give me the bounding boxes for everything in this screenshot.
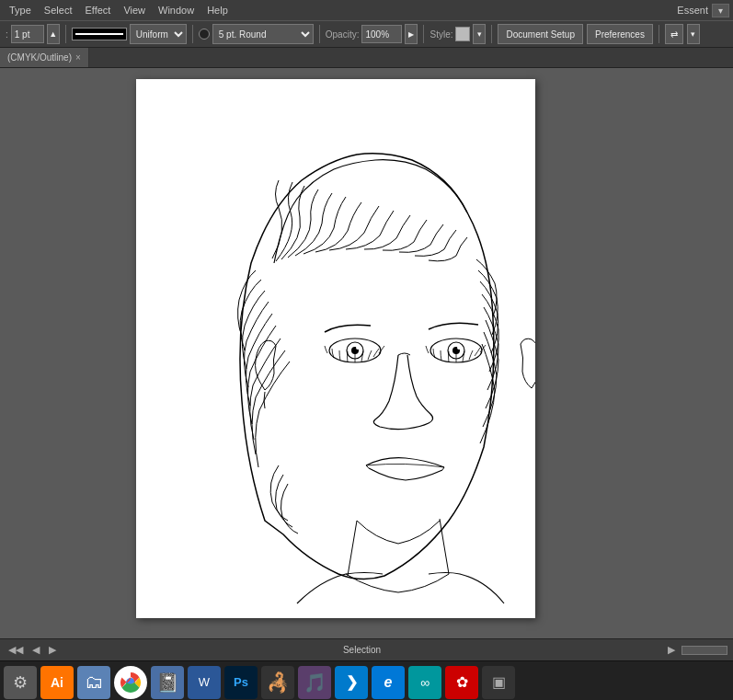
separator-5 — [491, 25, 492, 43]
taskbar-illustrator-icon[interactable]: Ai — [40, 666, 74, 699]
brush-color-swatch[interactable] — [199, 29, 210, 40]
separator-4 — [423, 25, 424, 43]
taskbar-folder-icon[interactable]: 🗂 — [77, 666, 110, 699]
taskbar-word-icon[interactable]: W — [188, 666, 221, 699]
separator-1 — [65, 25, 66, 43]
document-canvas — [136, 79, 535, 618]
menu-view[interactable]: View — [118, 3, 151, 17]
menubar: Type Select Effect View Window Help Esse… — [0, 0, 733, 20]
taskbar-settings-icon[interactable]: ⚙ — [4, 666, 37, 699]
taskbar-midi-icon[interactable]: 🎵 — [298, 666, 331, 699]
stroke-width-group: : ▲ — [6, 24, 60, 44]
taskbar-photoshop-icon[interactable]: Ps — [224, 666, 258, 699]
canvas-area — [0, 68, 733, 638]
taskbar-arduino-icon[interactable]: ∞ — [408, 666, 441, 699]
opacity-label: Opacity: — [326, 29, 360, 40]
statusbar: ◀◀ ◀ ▶ Selection ▶ — [0, 638, 733, 660]
preferences-button[interactable]: Preferences — [587, 24, 653, 44]
menu-window[interactable]: Window — [153, 3, 200, 17]
stroke-width-input[interactable] — [11, 25, 44, 43]
taskbar-cherry-icon[interactable]: ✿ — [445, 666, 478, 699]
workspace-label: Essent — [677, 5, 708, 16]
status-forward-button[interactable]: ▶ — [46, 644, 59, 656]
workspace-switcher: Essent ▾ — [677, 4, 729, 17]
opacity-group: Opacity: ▶ — [326, 24, 418, 44]
taskbar-chrome-icon[interactable] — [114, 666, 147, 699]
brush-group: 5 pt. Round — [199, 24, 314, 44]
separator-3 — [319, 25, 320, 43]
menu-select[interactable]: Select — [39, 3, 78, 17]
stroke-style-select[interactable]: Uniform — [130, 24, 187, 44]
tab-title: (CMYK/Outline) — [7, 52, 72, 63]
menu-type[interactable]: Type — [4, 3, 37, 17]
stroke-width-up[interactable]: ▲ — [47, 24, 60, 44]
stroke-line — [75, 33, 123, 35]
opacity-input[interactable] — [361, 25, 402, 43]
taskbar-edge-icon[interactable]: e — [372, 666, 405, 699]
style-arrow[interactable]: ▾ — [473, 24, 486, 44]
status-scrollbar[interactable] — [681, 646, 727, 655]
stroke-preview — [72, 28, 127, 40]
toolbar: : ▲ Uniform 5 pt. Round Opacity: ▶ Style… — [0, 20, 733, 48]
brush-size-select[interactable]: 5 pt. Round — [212, 24, 314, 44]
svg-point-3 — [356, 346, 360, 350]
menu-effect[interactable]: Effect — [79, 3, 116, 17]
workspace-button[interactable]: ▾ — [712, 4, 729, 17]
stroke-colon: : — [6, 29, 8, 40]
document-setup-button[interactable]: Document Setup — [498, 24, 583, 44]
status-right-arrow[interactable]: ▶ — [665, 644, 678, 656]
status-prev-button[interactable]: ◀◀ — [6, 644, 26, 656]
taskbar-notebook-icon[interactable]: 📓 — [151, 666, 184, 699]
svg-point-7 — [457, 346, 461, 350]
menu-help[interactable]: Help — [201, 3, 234, 17]
stroke-style-group: Uniform — [72, 24, 187, 44]
opacity-arrow[interactable]: ▶ — [405, 24, 418, 44]
status-back-button[interactable]: ◀ — [29, 644, 42, 656]
taskbar-scorpion-icon[interactable]: 🦂 — [261, 666, 294, 699]
transform-button[interactable]: ⇄ — [665, 24, 683, 44]
status-text: Selection — [63, 645, 661, 655]
tab-close-button[interactable]: × — [75, 53, 81, 63]
document-tab[interactable]: (CMYK/Outline) × — [0, 48, 89, 67]
tabbar: (CMYK/Outline) × — [0, 48, 733, 68]
separator-6 — [659, 25, 659, 43]
artwork-svg — [136, 79, 535, 618]
separator-2 — [192, 25, 193, 43]
transform-arrow[interactable]: ▾ — [687, 24, 700, 44]
style-swatch[interactable] — [455, 27, 470, 41]
taskbar-vscode-icon[interactable]: ❯ — [335, 666, 368, 699]
taskbar-dark-icon[interactable]: ▣ — [482, 666, 515, 699]
style-group: Style: ▾ — [429, 24, 486, 44]
style-label: Style: — [429, 29, 452, 40]
taskbar: ⚙ Ai 🗂 📓 W Ps 🦂 🎵 ❯ e ∞ ✿ ▣ — [0, 660, 733, 700]
